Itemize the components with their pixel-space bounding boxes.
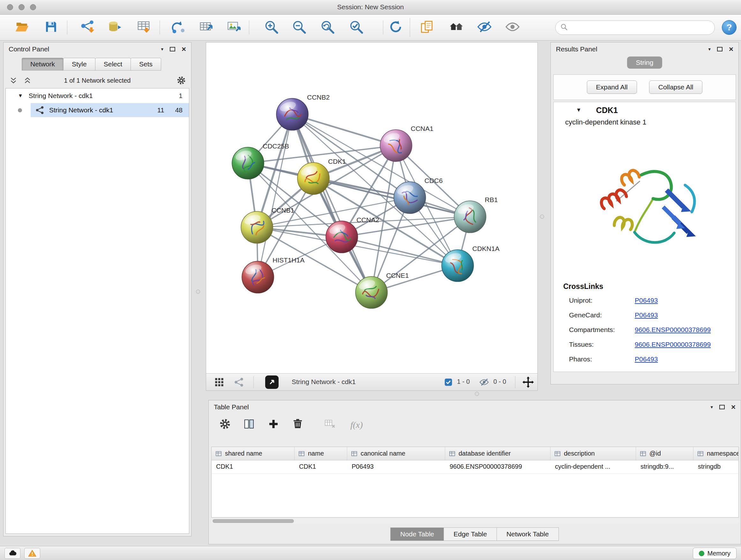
help-button[interactable]: ? <box>722 20 737 35</box>
column-type-icon <box>554 450 561 457</box>
protein-card-header[interactable]: ▼ CDK1 <box>554 102 736 118</box>
import-table-file-button[interactable] <box>135 18 152 37</box>
delete-column-button[interactable] <box>292 418 306 432</box>
collapse-section-icon[interactable]: ▼ <box>576 107 582 113</box>
expand-all-button[interactable]: Expand All <box>587 80 637 94</box>
tab-network-table[interactable]: Network Table <box>496 527 559 541</box>
zoom-fit-button[interactable] <box>319 18 336 37</box>
tab-network[interactable]: Network <box>22 58 64 71</box>
crosslink-link[interactable]: P06493 <box>635 297 658 304</box>
panel-menu-icon[interactable]: ▾ <box>161 46 163 52</box>
delete-table-button-disabled[interactable] <box>324 418 338 432</box>
selected-checkbox-icon[interactable] <box>444 378 453 387</box>
network-node-cdk1[interactable] <box>297 163 329 194</box>
scrollbar-thumb[interactable] <box>212 519 294 523</box>
crosslink-link[interactable]: P06493 <box>635 355 658 363</box>
create-column-button[interactable] <box>267 418 281 432</box>
zoom-in-button[interactable] <box>262 18 280 37</box>
export-image-button[interactable] <box>225 18 243 37</box>
column-header-shared-name[interactable]: shared name <box>212 447 294 460</box>
zoom-selected-button[interactable] <box>347 18 365 37</box>
panel-close-icon[interactable]: × <box>731 403 736 411</box>
network-row-selected[interactable]: String Network - cdk1 11 48 <box>30 103 189 117</box>
network-node-ccnb2[interactable] <box>276 98 308 130</box>
table-row[interactable]: CDK1 CDK1 P06493 9606.ENSP00000378699 cy… <box>212 460 738 474</box>
network-node-cdkn1a[interactable] <box>442 250 474 282</box>
network-edge[interactable] <box>292 114 396 145</box>
splitter-handle[interactable] <box>540 214 544 219</box>
cloud-button[interactable] <box>4 548 20 559</box>
refresh-network-button[interactable] <box>387 18 405 37</box>
column-header-at-id[interactable]: @id <box>636 447 693 460</box>
network-node-rb1[interactable] <box>454 201 486 233</box>
export-table-button[interactable] <box>197 18 215 37</box>
network-node-hist1h1a[interactable] <box>242 261 274 293</box>
table-options-button[interactable] <box>219 418 233 432</box>
import-network-file-button[interactable] <box>78 18 96 37</box>
panel-float-icon[interactable] <box>170 47 175 51</box>
tab-edge-table[interactable]: Edge Table <box>444 527 497 541</box>
import-network-database-button[interactable] <box>105 18 123 37</box>
network-edge[interactable] <box>258 114 292 277</box>
hidden-eye-icon[interactable] <box>479 377 489 387</box>
panel-close-icon[interactable]: × <box>729 45 733 53</box>
save-session-button[interactable] <box>42 18 60 37</box>
column-header-description[interactable]: description <box>550 447 636 460</box>
panel-menu-icon[interactable]: ▾ <box>708 46 711 52</box>
column-header-canonical-name[interactable]: canonical name <box>347 447 445 460</box>
column-header-name[interactable]: name <box>294 447 347 460</box>
zoom-out-button[interactable] <box>290 18 308 37</box>
network-node-ccna1[interactable] <box>380 130 412 162</box>
tab-sets[interactable]: Sets <box>131 58 161 71</box>
tab-node-table[interactable]: Node Table <box>390 527 444 541</box>
column-type-icon <box>350 450 358 457</box>
network-node-cdc6[interactable] <box>394 182 426 213</box>
new-network-from-selection-button[interactable] <box>169 18 187 37</box>
network-edge[interactable] <box>292 114 372 293</box>
network-node-ccne1[interactable] <box>355 276 387 308</box>
column-header-database-identifier[interactable]: database identifier <box>445 447 550 460</box>
fit-selected-crosshair-icon[interactable] <box>522 376 534 388</box>
show-all-button[interactable] <box>503 18 522 37</box>
hide-selected-button[interactable] <box>475 18 493 37</box>
homes-button[interactable] <box>448 18 465 37</box>
disclosure-triangle-icon[interactable]: ▼ <box>18 93 23 99</box>
show-columns-button[interactable] <box>243 418 257 432</box>
crosslink-link[interactable]: 9606.ENSP00000378699 <box>635 341 711 348</box>
network-node-cdc25b[interactable] <box>232 147 264 179</box>
export-image-icon <box>226 19 241 36</box>
tab-select[interactable]: Select <box>95 58 131 71</box>
crosslink-link[interactable]: 9606.ENSP00000378699 <box>635 326 711 334</box>
network-node-ccnb1[interactable] <box>241 211 273 243</box>
collapse-all-button[interactable]: Collapse All <box>649 80 703 94</box>
panel-close-icon[interactable]: × <box>182 45 186 53</box>
network-row[interactable]: String Network - cdk1 11 48 <box>6 103 189 117</box>
open-in-window-button[interactable] <box>265 375 279 389</box>
warnings-button[interactable] <box>24 548 40 559</box>
string-tab[interactable]: String <box>551 57 738 69</box>
toolbar-separator <box>383 20 383 35</box>
node-table: shared name name canonical name database… <box>211 447 739 517</box>
network-options-gear-icon[interactable] <box>177 76 186 85</box>
panel-float-icon[interactable] <box>717 47 723 51</box>
network-node-ccna2[interactable] <box>326 221 358 253</box>
grid-view-icon[interactable] <box>214 377 225 388</box>
crosslink-link[interactable]: P06493 <box>635 311 658 319</box>
column-header-namespace[interactable]: namespace <box>693 447 739 460</box>
panel-float-icon[interactable] <box>719 405 725 409</box>
search-input[interactable] <box>571 24 715 31</box>
network-collection-row[interactable]: ▼ String Network - cdk1 1 <box>6 88 189 103</box>
splitter-handle[interactable] <box>196 290 200 294</box>
memory-button[interactable]: Memory <box>693 548 737 559</box>
table-horizontal-scrollbar[interactable] <box>211 518 739 523</box>
warning-icon <box>28 549 37 557</box>
network-birdseye-icon[interactable] <box>233 377 245 388</box>
function-builder-button[interactable]: f(x) <box>350 420 363 430</box>
documents-button[interactable] <box>418 18 436 37</box>
network-canvas[interactable]: CCNB2CCNA1CDC25BCDK1CDC6RB1CCNB1CCNA2CDK… <box>206 43 537 373</box>
open-session-button[interactable] <box>13 18 31 37</box>
splitter-handle[interactable] <box>475 392 479 396</box>
memory-label: Memory <box>708 550 731 557</box>
tab-style[interactable]: Style <box>63 58 95 71</box>
panel-menu-icon[interactable]: ▾ <box>711 404 713 410</box>
